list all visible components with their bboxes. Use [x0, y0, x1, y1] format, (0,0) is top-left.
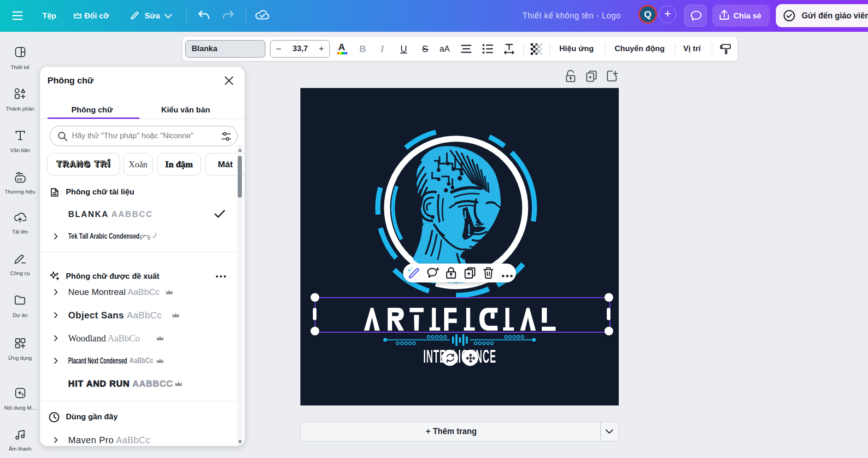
- svg-text:co: co: [17, 176, 22, 182]
